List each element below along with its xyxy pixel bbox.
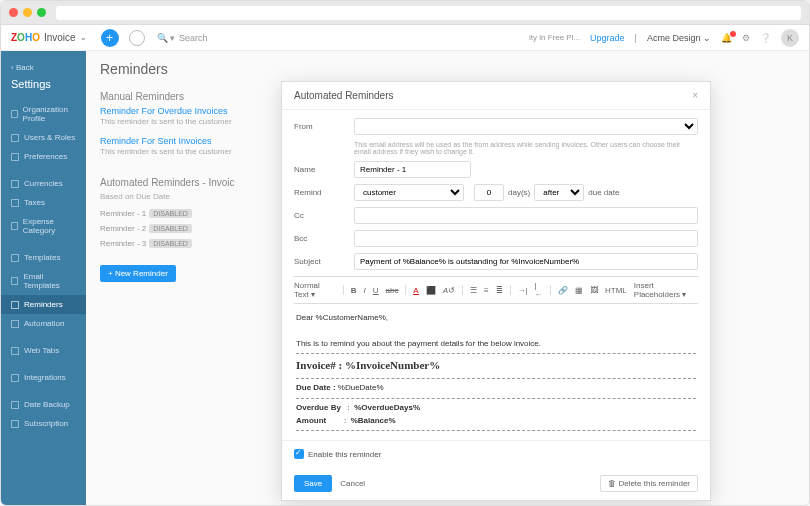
from-help-text: This email address will be used as the f… xyxy=(354,141,698,155)
settings-sidebar: ‹ Back Settings Organization Profile Use… xyxy=(1,51,86,506)
sidebar-item-subscription[interactable]: Subscription xyxy=(1,414,86,433)
body-overdue: Overdue By : %OverdueDays% xyxy=(296,402,696,415)
sidebar-item-integrations[interactable]: Integrations xyxy=(1,368,86,387)
sidebar-title: Settings xyxy=(1,76,86,100)
upgrade-link[interactable]: Upgrade xyxy=(590,33,625,43)
search-placeholder: Search xyxy=(179,33,208,43)
page-title: Reminders xyxy=(100,61,795,77)
close-dot[interactable] xyxy=(9,8,18,17)
body-line-1: This is to remind you about the payment … xyxy=(296,338,696,351)
email-body-editor[interactable]: Dear %CustomerName%, This is to remind y… xyxy=(294,304,698,440)
body-greeting: Dear %CustomerName%, xyxy=(296,312,696,325)
chevron-down-icon[interactable]: ⌄ xyxy=(80,33,87,42)
save-button[interactable]: Save xyxy=(294,475,332,492)
modal-title: Automated Reminders xyxy=(294,90,394,101)
sidebar-item-email-templates[interactable]: Email Templates xyxy=(1,267,86,295)
body-due-date: Due Date : Due Date : %DueDate%%DueDate% xyxy=(296,382,696,395)
link-icon[interactable]: 🔗 xyxy=(558,286,568,295)
global-search[interactable]: 🔍 ▾ Search xyxy=(157,33,208,43)
url-bar[interactable] xyxy=(56,6,801,20)
bold-icon[interactable]: B xyxy=(351,286,357,295)
quick-add-button[interactable]: + xyxy=(101,29,119,47)
app-topbar: Z O H O Invoice ⌄ + 🔍 ▾ Search ity in Fr… xyxy=(1,25,809,51)
strike-icon[interactable]: abc xyxy=(386,286,399,295)
maximize-dot[interactable] xyxy=(37,8,46,17)
cancel-button[interactable]: Cancel xyxy=(340,479,365,488)
image-icon[interactable]: 🖼 xyxy=(590,286,598,295)
sidebar-item-reminders[interactable]: Reminders xyxy=(1,295,86,314)
logo-letter: O xyxy=(32,32,40,43)
outdent-icon[interactable]: |← xyxy=(534,281,543,299)
logo-letter: H xyxy=(25,32,32,43)
format-select[interactable]: Normal Text ▾ xyxy=(294,281,336,299)
cc-label: Cc xyxy=(294,211,354,220)
cc-input[interactable] xyxy=(354,207,698,224)
search-icon: 🔍 ▾ xyxy=(157,33,176,43)
text-color-icon[interactable]: A xyxy=(413,286,418,295)
window-chrome xyxy=(1,1,809,25)
remind-due-text: due date xyxy=(588,188,619,197)
bullet-list-icon[interactable]: ☰ xyxy=(470,286,477,295)
back-link[interactable]: ‹ Back xyxy=(1,59,86,76)
from-label: From xyxy=(294,122,354,131)
name-input[interactable] xyxy=(354,161,471,178)
window-dots xyxy=(9,8,46,17)
page-content: Reminders Manual Reminders Reminder For … xyxy=(86,51,809,506)
sidebar-item-date-backup[interactable]: Date Backup xyxy=(1,395,86,414)
logo-letter: O xyxy=(17,32,25,43)
remind-who-select[interactable]: customer xyxy=(354,184,464,201)
align-icon[interactable]: ≣ xyxy=(496,286,503,295)
remind-when-select[interactable]: after xyxy=(534,184,584,201)
reminder-modal: Automated Reminders × From This email ad… xyxy=(281,81,711,501)
insert-placeholders[interactable]: Insert Placeholders ▾ xyxy=(634,281,698,299)
delete-reminder-button[interactable]: 🗑 Delete this reminder xyxy=(600,475,698,492)
trial-text: ity in Free Pl... xyxy=(529,33,580,42)
editor-toolbar: Normal Text ▾ B I U abc A ⬛ A↺ ☰ ≡ ≣ →| xyxy=(294,276,698,304)
product-name: Invoice xyxy=(44,32,76,43)
clear-format-icon[interactable]: A↺ xyxy=(443,286,455,295)
sidebar-item-preferences[interactable]: Preferences xyxy=(1,147,86,166)
from-select[interactable] xyxy=(354,118,698,135)
minimize-dot[interactable] xyxy=(23,8,32,17)
body-invoice-head: Invoice# : %InvoiceNumber% xyxy=(296,357,696,375)
subject-input[interactable] xyxy=(354,253,698,270)
sidebar-item-taxes[interactable]: Taxes xyxy=(1,193,86,212)
sidebar-item-expense-category[interactable]: Expense Category xyxy=(1,212,86,240)
brand-logo[interactable]: Z O H O Invoice ⌄ xyxy=(11,32,87,43)
enable-reminder-checkbox[interactable]: Enable this reminder xyxy=(294,449,698,459)
indent-icon[interactable]: →| xyxy=(517,286,527,295)
help-icon[interactable]: ❔ xyxy=(760,33,771,43)
sidebar-item-currencies[interactable]: Currencies xyxy=(1,174,86,193)
settings-icon[interactable]: ⚙ xyxy=(742,33,750,43)
checkbox-icon xyxy=(294,449,304,459)
sidebar-item-users-roles[interactable]: Users & Roles xyxy=(1,128,86,147)
bcc-label: Bcc xyxy=(294,234,354,243)
sidebar-item-web-tabs[interactable]: Web Tabs xyxy=(1,341,86,360)
remind-number-input[interactable] xyxy=(474,184,504,201)
modal-close-icon[interactable]: × xyxy=(692,90,698,101)
underline-icon[interactable]: U xyxy=(373,286,379,295)
number-list-icon[interactable]: ≡ xyxy=(484,286,489,295)
recent-icon[interactable] xyxy=(129,30,145,46)
highlight-icon[interactable]: ⬛ xyxy=(426,286,436,295)
new-reminder-button[interactable]: + New Reminder xyxy=(100,265,176,282)
bcc-input[interactable] xyxy=(354,230,698,247)
notifications-icon[interactable]: 🔔 xyxy=(721,33,732,43)
name-label: Name xyxy=(294,165,354,174)
user-avatar[interactable]: K xyxy=(781,29,799,47)
html-toggle[interactable]: HTML xyxy=(605,286,627,295)
italic-icon[interactable]: I xyxy=(364,286,366,295)
sidebar-item-templates[interactable]: Templates xyxy=(1,248,86,267)
divider: | xyxy=(635,33,637,43)
sidebar-item-org-profile[interactable]: Organization Profile xyxy=(1,100,86,128)
subject-label: Subject xyxy=(294,257,354,266)
table-icon[interactable]: ▦ xyxy=(575,286,583,295)
remind-unit-text: day(s) xyxy=(508,188,530,197)
body-amount: Amount : %Balance% xyxy=(296,415,696,428)
sidebar-item-automation[interactable]: Automation xyxy=(1,314,86,333)
remind-label: Remind xyxy=(294,188,354,197)
org-switcher[interactable]: Acme Design ⌄ xyxy=(647,33,711,43)
